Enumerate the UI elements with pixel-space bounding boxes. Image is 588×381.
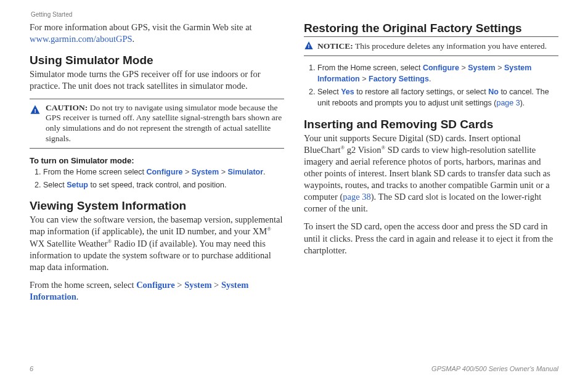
svg-text:!: ! [308, 43, 310, 49]
notice-label: NOTICE: [317, 41, 353, 51]
step: From the Home screen select Configure > … [43, 166, 284, 178]
sd-description: Your unit supports Secure Digital (SD) c… [304, 133, 558, 215]
text: From the Home screen select [43, 168, 146, 176]
text: From the home screen, select [30, 280, 136, 290]
text: Select [43, 181, 67, 189]
text: ). [520, 99, 525, 107]
section-header: Getting Started [30, 11, 558, 18]
heading-simulator-mode: Using Simulator Mode [30, 54, 284, 67]
page-ref-link[interactable]: page 38 [343, 192, 371, 202]
menu-path-item: Factory Settings [369, 75, 429, 83]
notice-body: This procedure deletes any information y… [353, 41, 547, 51]
menu-path-item: Configure [146, 168, 182, 176]
manual-page: Getting Started For more information abo… [0, 0, 588, 381]
menu-path-item: Configure [423, 63, 459, 72]
garmin-gps-link[interactable]: www.garmin.com/aboutGPS [30, 34, 133, 44]
path-separator: > [219, 168, 227, 176]
simulator-description: Simulator mode turns the GPS receiver of… [30, 68, 284, 92]
path-separator: > [175, 280, 184, 290]
text: to restore all factory settings, or sele… [354, 88, 488, 96]
step: Select Yes to restore all factory settin… [317, 86, 558, 109]
text: . [133, 34, 135, 44]
caution-label: CAUTION: [46, 103, 88, 112]
menu-path-item: System [184, 280, 211, 290]
text: . [76, 292, 79, 301]
sysinfo-description: You can view the software version, the b… [30, 214, 284, 273]
option-no: No [488, 88, 499, 96]
svg-text:!: ! [34, 107, 36, 113]
path-separator: > [496, 63, 504, 72]
menu-path-item: System [192, 168, 219, 176]
gps-info-paragraph: For more information about GPS, visit th… [30, 22, 284, 45]
path-separator: > [211, 280, 221, 290]
page-footer: 6 GPSMAP 400/500 Series Owner's Manual [30, 354, 558, 372]
two-column-layout: For more information about GPS, visit th… [30, 22, 558, 354]
sd-insert-instructions: To insert the SD card, open the access d… [304, 221, 558, 256]
page-number: 6 [30, 365, 33, 372]
page-ref-link[interactable]: page 3 [496, 99, 520, 107]
text: to set speed, track control, and positio… [88, 181, 226, 189]
step: Select Setup to set speed, track control… [43, 179, 284, 190]
warning-icon: ! [304, 41, 314, 53]
text: . [429, 75, 431, 83]
warning-icon: ! [30, 104, 41, 145]
caution-callout: ! CAUTION: Do not try to navigate using … [30, 99, 284, 149]
caution-text: CAUTION: Do not try to navigate using si… [46, 103, 284, 145]
text: From the Home screen, select [317, 63, 423, 72]
heading-system-information: Viewing System Information [30, 199, 284, 213]
menu-path-item: System [468, 63, 495, 72]
simulator-steps: From the Home screen select Configure > … [30, 166, 284, 190]
path-separator: > [360, 75, 369, 83]
path-separator: > [459, 63, 468, 72]
menu-path-item: Simulator [227, 168, 263, 176]
heading-factory-settings: Restoring the Original Factory Settings [304, 22, 558, 35]
notice-text: NOTICE: This procedure deletes any infor… [317, 41, 547, 52]
menu-path-item: Setup [67, 181, 88, 189]
sysinfo-path: From the home screen, select Configure >… [30, 279, 284, 303]
step: From the Home screen, select Configure >… [317, 62, 558, 84]
right-column: Restoring the Original Factory Settings … [304, 22, 558, 354]
text: For more information about GPS, visit th… [30, 22, 252, 32]
menu-path-item: Configure [136, 280, 175, 290]
text: Select [317, 88, 341, 96]
manual-title: GPSMAP 400/500 Series Owner's Manual [431, 365, 558, 372]
notice-callout: ! NOTICE: This procedure deletes any inf… [304, 36, 558, 56]
heading-sd-cards: Inserting and Removing SD Cards [304, 118, 558, 131]
heading-turn-on-simulator: To turn on Simulator mode: [30, 156, 284, 165]
restore-steps: From the Home screen, select Configure >… [304, 62, 558, 109]
path-separator: > [182, 168, 191, 176]
left-column: For more information about GPS, visit th… [30, 22, 284, 354]
option-yes: Yes [341, 88, 354, 96]
